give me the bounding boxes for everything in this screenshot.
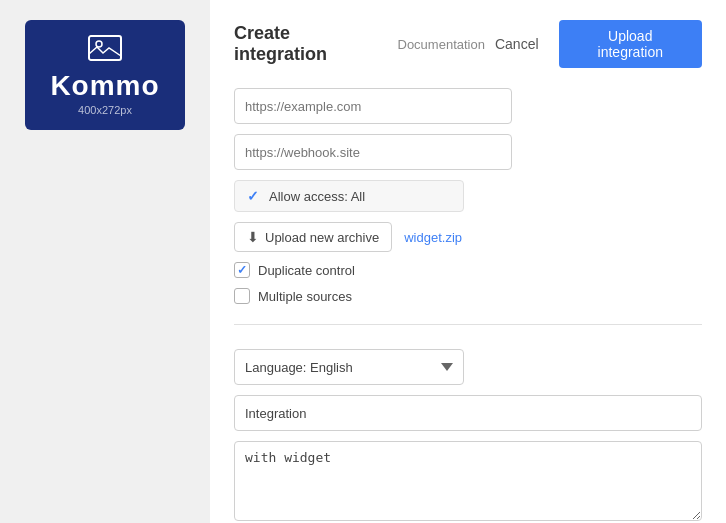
duplicate-control-row[interactable]: ✓ Duplicate control <box>234 262 702 278</box>
upload-archive-button[interactable]: ⬇ Upload new archive <box>234 222 392 252</box>
logo-image-icon <box>87 34 123 66</box>
documentation-link[interactable]: Documentation <box>398 37 485 52</box>
allow-access-label: Allow access: All <box>269 189 365 204</box>
file-link[interactable]: widget.zip <box>404 230 462 245</box>
header-left: Create integration Documentation <box>234 23 485 65</box>
language-select[interactable]: Language: English <box>234 349 464 385</box>
header-row: Create integration Documentation Cancel … <box>234 20 702 68</box>
language-row: Language: English <box>234 349 702 385</box>
divider <box>234 324 702 325</box>
duplicate-control-checkbox[interactable]: ✓ <box>234 262 250 278</box>
allow-access-row[interactable]: ✓ Allow access: All <box>234 180 464 212</box>
upload-integration-button[interactable]: Upload integration <box>559 20 702 68</box>
duplicate-control-label: Duplicate control <box>258 263 355 278</box>
duplicate-control-checkmark: ✓ <box>237 264 247 276</box>
multiple-sources-row[interactable]: Multiple sources <box>234 288 702 304</box>
main-content: Create integration Documentation Cancel … <box>210 0 726 523</box>
logo-box: Kommo 400x272px <box>25 20 185 130</box>
cancel-button[interactable]: Cancel <box>485 30 549 58</box>
download-icon: ⬇ <box>247 229 259 245</box>
form-section: ✓ Allow access: All ⬇ Upload new archive… <box>234 88 702 523</box>
integration-name-input[interactable] <box>234 395 702 431</box>
logo-dimensions: 400x272px <box>78 104 132 116</box>
header-right: Cancel Upload integration <box>485 20 702 68</box>
brand-name: Kommo <box>50 72 159 100</box>
url-input[interactable] <box>234 88 512 124</box>
sidebar: Kommo 400x272px <box>0 0 210 523</box>
upload-archive-label: Upload new archive <box>265 230 379 245</box>
page-title: Create integration <box>234 23 386 65</box>
webhook-input[interactable] <box>234 134 512 170</box>
svg-rect-0 <box>89 36 121 60</box>
upload-row: ⬇ Upload new archive widget.zip <box>234 222 702 252</box>
multiple-sources-label: Multiple sources <box>258 289 352 304</box>
multiple-sources-checkbox[interactable] <box>234 288 250 304</box>
description-textarea[interactable]: with widget <box>234 441 702 521</box>
allow-access-check-icon: ✓ <box>245 188 261 204</box>
